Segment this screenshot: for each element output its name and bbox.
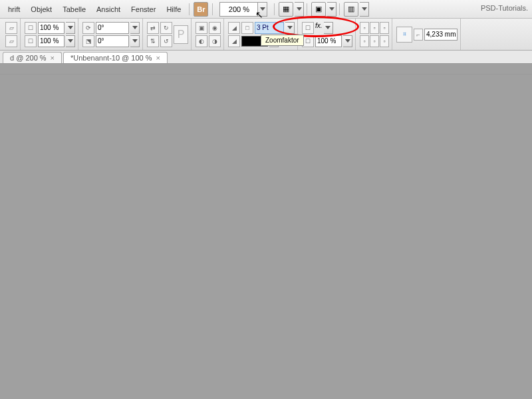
menu-hilfe[interactable]: Hilfe xyxy=(161,3,186,16)
crop-icon[interactable]: ⌗ xyxy=(396,27,412,43)
wrap6-icon[interactable]: ▫ xyxy=(380,35,389,47)
separator xyxy=(189,3,190,15)
menu-tabelle[interactable]: Tabelle xyxy=(57,3,91,16)
fx-dd[interactable] xyxy=(324,22,333,34)
separator xyxy=(307,3,307,15)
wrap5-icon[interactable]: ▫ xyxy=(370,35,379,47)
constrain-icon[interactable]: ▱ xyxy=(5,22,17,34)
arrange-dropdown[interactable] xyxy=(360,2,369,17)
opacity2-dd[interactable] xyxy=(66,35,75,47)
separator xyxy=(274,3,275,15)
psd-link[interactable]: PSD-Tutorials. xyxy=(481,4,528,12)
measure-input[interactable] xyxy=(424,29,458,41)
separator xyxy=(212,3,213,15)
wrap4-icon[interactable]: ▫ xyxy=(360,35,369,47)
opacity3-dd[interactable] xyxy=(343,35,352,47)
zoom-control[interactable] xyxy=(219,2,267,17)
wrap3-icon[interactable]: ▫ xyxy=(380,22,389,34)
effects-icon[interactable]: ☐ xyxy=(25,22,37,34)
opacity3-input[interactable] xyxy=(315,35,342,47)
ruler-horizontal: 1952002052102152202252302352402452502552… xyxy=(0,64,532,74)
angle2-dd[interactable] xyxy=(130,35,140,47)
view-dropdown[interactable] xyxy=(295,2,304,17)
rotate-ccw-icon[interactable]: ↺ xyxy=(160,35,172,47)
fx-label[interactable]: fx. xyxy=(315,22,323,34)
wrap1-icon[interactable]: ▫ xyxy=(360,22,369,34)
opacity2-input[interactable] xyxy=(38,35,65,47)
opacity1-input[interactable] xyxy=(38,22,65,34)
angle1-dd[interactable] xyxy=(130,22,140,34)
separator xyxy=(339,3,340,15)
rotate-cw-icon[interactable]: ↻ xyxy=(160,22,172,34)
constrain2-icon[interactable]: ▱ xyxy=(5,35,17,47)
document-tabs: d @ 200 %× *Unbenannt-10 @ 100 %× xyxy=(0,51,532,64)
select-container-icon[interactable]: ▣ xyxy=(196,22,207,34)
fx-icon[interactable]: ☐ xyxy=(302,22,314,34)
angle2-input[interactable] xyxy=(96,35,129,47)
tab-doc2[interactable]: *Unbenannt-10 @ 100 %× xyxy=(63,52,168,63)
wrap2-icon[interactable]: ▫ xyxy=(370,22,379,34)
swap-icon[interactable]: ◢ xyxy=(228,35,240,47)
close-icon[interactable]: × xyxy=(51,54,55,62)
bridge-button[interactable]: Br xyxy=(194,2,208,17)
menu-ansicht[interactable]: Ansicht xyxy=(91,3,126,16)
screen-dropdown[interactable] xyxy=(327,2,336,17)
zoom-input[interactable] xyxy=(219,2,258,17)
menu-objekt[interactable]: Objekt xyxy=(25,3,57,16)
menu-fenster[interactable]: Fenster xyxy=(126,3,161,16)
flip-v-icon[interactable]: ⇅ xyxy=(147,35,159,47)
opacity1-dd[interactable] xyxy=(66,22,75,34)
select-prev-icon[interactable]: ◐ xyxy=(196,35,207,47)
menu-hrift[interactable]: hrift xyxy=(3,3,25,16)
select-content-icon[interactable]: ◉ xyxy=(209,22,221,34)
stroke-weight-input[interactable]: 3 Pt xyxy=(255,22,284,34)
pasteboard xyxy=(0,64,532,74)
view-options-icon[interactable]: ▦ xyxy=(279,2,293,17)
paragraph-icon[interactable]: P xyxy=(174,25,188,44)
opacity-icon[interactable]: ☐ xyxy=(302,35,314,47)
screen-mode-icon[interactable]: ▣ xyxy=(311,2,326,17)
fill-icon[interactable]: ◢ xyxy=(228,22,240,34)
tab-doc1[interactable]: d @ 200 %× xyxy=(3,52,62,63)
menu-bar: hrift Objekt Tabelle Ansicht Fenster Hil… xyxy=(0,0,532,19)
stroke-type-icon[interactable]: □ xyxy=(241,22,253,34)
close-icon[interactable]: × xyxy=(156,54,160,62)
zoom-dropdown[interactable] xyxy=(258,2,267,17)
flip-h-icon[interactable]: ⇄ xyxy=(147,22,159,34)
angle1-input[interactable] xyxy=(96,22,129,34)
rotate-icon[interactable]: ⟳ xyxy=(82,22,94,34)
select-next-icon[interactable]: ◑ xyxy=(209,35,221,47)
arrange-icon[interactable]: ▥ xyxy=(344,2,358,17)
effects2-icon[interactable]: ☐ xyxy=(25,35,37,47)
corner-icon[interactable]: ⌐ xyxy=(414,29,423,41)
shear-icon[interactable]: ⬔ xyxy=(82,35,94,47)
zoom-tooltip: Zoomfaktor xyxy=(261,35,304,46)
stroke-dd[interactable] xyxy=(285,22,295,34)
